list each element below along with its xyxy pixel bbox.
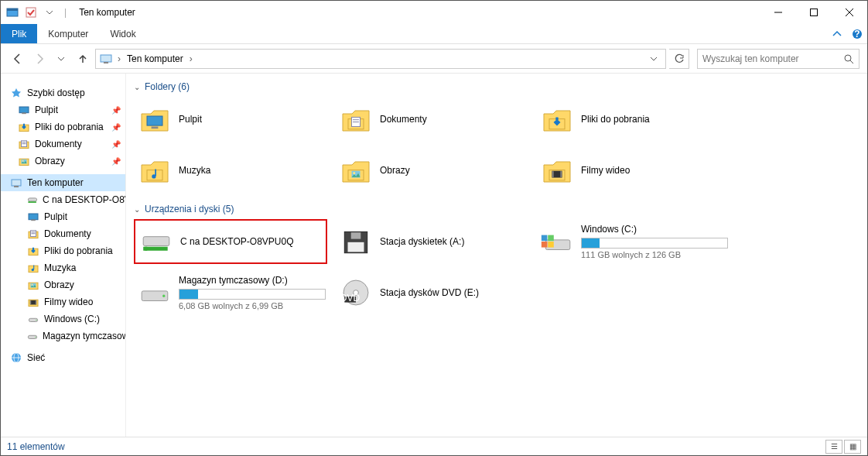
sidebar-item[interactable]: Pliki do pobrania (1, 242, 125, 259)
svg-rect-64 (552, 171, 554, 177)
drive-icon (27, 330, 38, 342)
folder-tile[interactable]: Muzyka (134, 148, 327, 193)
status-bar: 11 elementów ☰ ▦ (1, 437, 867, 455)
sidebar-item[interactable]: Pulpit (1, 208, 125, 225)
downloads-icon (18, 121, 30, 133)
videos-icon (541, 154, 573, 187)
tile-label: C na DESKTOP-O8VPU0Q (180, 236, 294, 247)
folder-tile[interactable]: Obrazy (335, 148, 528, 193)
minimize-button[interactable] (760, 1, 796, 24)
folder-tile[interactable]: Dokumenty (335, 97, 528, 142)
svg-rect-73 (548, 235, 554, 242)
sidebar-item[interactable]: Muzyka (1, 259, 125, 276)
back-button[interactable] (9, 50, 27, 68)
svg-rect-13 (19, 107, 29, 113)
folder-tile[interactable]: Pliki do pobrania (536, 97, 730, 142)
drive-tile[interactable]: C na DESKTOP-O8VPU0Q (134, 219, 327, 264)
properties-icon[interactable] (24, 5, 38, 19)
svg-rect-26 (28, 201, 29, 203)
desktop-icon (18, 104, 30, 116)
sidebar-item-label: Dokumenty (35, 139, 82, 149)
status-text: 11 elementów (7, 441, 65, 452)
breadcrumb-chevron-icon[interactable]: › (188, 53, 194, 64)
tile-label: Pulpit (179, 114, 202, 125)
sidebar-item[interactable]: Dokumenty📌 (1, 135, 125, 153)
sidebar-item-label: Sieć (27, 352, 45, 363)
separator: | (64, 7, 67, 18)
drive-tile[interactable]: Stacja dyskietek (A:) (335, 219, 528, 264)
sidebar-item[interactable]: Obrazy📌 (1, 153, 125, 170)
address-bar[interactable]: › Ten komputer › (95, 49, 666, 69)
sidebar-item-label: C na DESKTOP-O8VPU0Q (43, 194, 125, 205)
svg-point-44 (36, 320, 36, 321)
sidebar-item[interactable]: Obrazy (1, 276, 125, 293)
refresh-button[interactable] (669, 49, 689, 69)
tile-label: Magazyn tymczasowy (D:) (179, 275, 326, 286)
svg-point-11 (845, 55, 851, 61)
tab-file[interactable]: Plik (1, 24, 37, 43)
navigation-bar: › Ten komputer › Wyszukaj ten komputer (1, 44, 867, 74)
svg-rect-9 (101, 55, 111, 62)
sidebar-quick-access[interactable]: Szybki dostęp (1, 84, 125, 101)
svg-point-38 (32, 284, 33, 286)
sidebar-item-label: Dokumenty (44, 228, 91, 239)
drive-tile[interactable]: Magazyn tymczasowy (D:)6,08 GB wolnych z… (134, 270, 327, 315)
close-button[interactable] (832, 1, 867, 24)
details-view-button[interactable]: ☰ (825, 440, 842, 454)
sidebar-item[interactable]: Windows (C:) (1, 310, 125, 327)
group-header-drives[interactable]: ⌄ Urządzenia i dyski (5) (134, 204, 859, 214)
svg-rect-74 (542, 242, 548, 248)
tile-label: Obrazy (380, 165, 410, 176)
sidebar-item[interactable]: Dokumenty (1, 225, 125, 242)
drive-tile[interactable]: Windows (C:)111 GB wolnych z 126 GB (536, 219, 730, 264)
pictures-icon (340, 154, 372, 187)
svg-point-35 (32, 269, 34, 271)
pictures-icon (18, 155, 30, 167)
help-icon[interactable]: ? (847, 24, 867, 43)
search-input[interactable]: Wyszukaj ten komputer (697, 49, 859, 69)
sidebar-network[interactable]: Sieć (1, 349, 125, 366)
sidebar-item[interactable]: C na DESKTOP-O8VPU0Q (1, 191, 125, 208)
breadcrumb-chevron-icon[interactable]: › (116, 53, 122, 64)
pin-icon: 📌 (111, 157, 121, 166)
up-button[interactable] (73, 50, 92, 68)
storage-bar (581, 238, 728, 249)
osdrive-icon (541, 225, 573, 258)
svg-text:DVD: DVD (340, 293, 361, 303)
chevron-down-icon: ⌄ (134, 205, 140, 214)
tab-view[interactable]: Widok (99, 24, 146, 43)
qat-dropdown-icon[interactable] (43, 5, 56, 19)
sidebar-item[interactable]: Filmy wideo (1, 293, 125, 310)
drive-tile[interactable]: DVDStacja dysków DVD (E:) (335, 270, 528, 315)
ribbon-collapse-icon[interactable] (827, 24, 847, 43)
svg-rect-72 (542, 235, 548, 242)
music-icon (27, 262, 39, 274)
forward-button[interactable] (30, 50, 49, 68)
sidebar-item[interactable]: Magazyn tymczasowy (D:) (1, 327, 125, 345)
folder-tile[interactable]: Filmy wideo (536, 148, 730, 193)
sidebar-item[interactable]: Pulpit📌 (1, 101, 125, 118)
pictures-icon (27, 279, 39, 291)
sidebar-item-label: Pulpit (35, 105, 58, 115)
svg-point-58 (152, 174, 155, 178)
breadcrumb[interactable]: Ten komputer (124, 53, 186, 64)
netdrive-icon (27, 194, 38, 206)
tile-subtext: 6,08 GB wolnych z 6,99 GB (179, 301, 326, 310)
sidebar-this-pc[interactable]: Ten komputer (1, 174, 125, 191)
desktop-icon (138, 103, 171, 135)
sidebar-item-label: Pulpit (44, 211, 67, 222)
this-pc-icon (99, 52, 113, 66)
tab-computer[interactable]: Komputer (37, 24, 99, 43)
folder-tile[interactable]: Pulpit (134, 97, 327, 142)
tiles-view-button[interactable]: ▦ (844, 440, 861, 454)
app-icon (5, 5, 19, 19)
maximize-button[interactable] (796, 1, 832, 24)
recent-locations-button[interactable] (52, 50, 70, 68)
group-header-folders[interactable]: ⌄ Foldery (6) (134, 81, 859, 92)
sidebar-item[interactable]: Pliki do pobrania📌 (1, 118, 125, 135)
floppy-icon (340, 225, 372, 258)
svg-rect-66 (143, 237, 169, 246)
dvd-icon: DVD (340, 276, 372, 309)
pin-icon: 📌 (111, 106, 121, 115)
address-dropdown-icon[interactable] (645, 55, 662, 63)
